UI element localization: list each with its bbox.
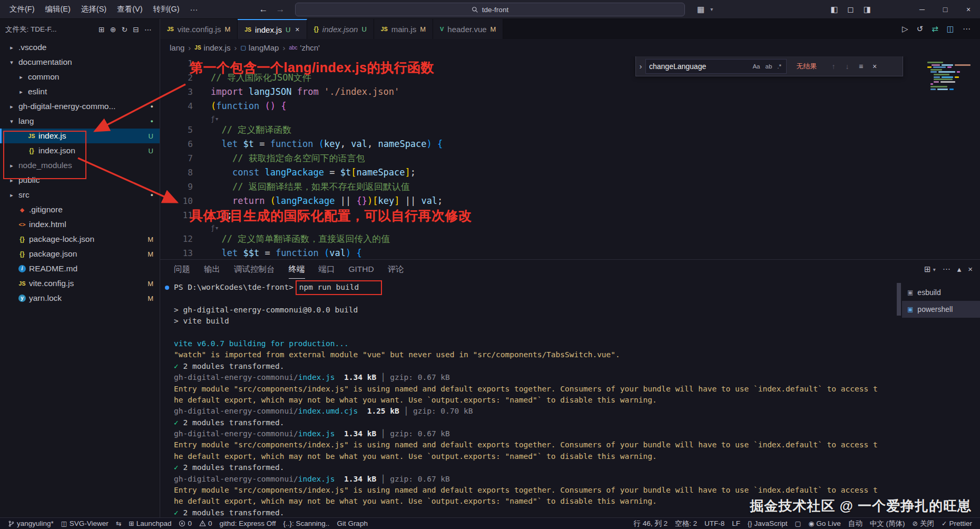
run-icon[interactable]: ▷ [899,24,912,34]
scrollbar-thumb[interactable] [897,283,901,316]
find-query[interactable]: changeLanguage [649,62,749,71]
statusbar-item-yangyuling*[interactable]: yangyuling* [4,518,57,529]
find-in-selection-icon[interactable]: ≡ [854,62,868,71]
find-input[interactable]: changeLanguage Aa ab .* [645,59,787,74]
maximize-button[interactable]: □ [934,0,957,18]
panel-tab-端口[interactable]: 端口 [319,260,335,279]
nav-forward-icon[interactable]: → [273,0,288,18]
panel-max-icon[interactable]: ▴ [957,264,962,274]
editor-tab-main.js[interactable]: JSmain.jsM [374,19,433,39]
statusbar-item-UTF-8[interactable]: UTF-8 [701,518,728,529]
explorer-item-.gitignore[interactable]: ◆.gitignore [0,202,160,217]
statusbar-item-Prettier[interactable]: ✓Prettier [938,518,976,529]
customize-layout-icon[interactable]: ▦ [692,5,709,14]
statusbar-item-LF[interactable]: LF [728,518,744,529]
toggle-replace-icon[interactable]: › [636,62,645,71]
explorer-item-lang[interactable]: ▾lang● [0,114,160,129]
panel-new-icon[interactable]: ⊞ [924,264,931,274]
panel-chevron-icon[interactable]: ▾ [933,267,936,272]
timeline-icon[interactable]: ↺ [914,24,927,34]
find-next-icon[interactable]: ↓ [840,62,854,71]
editor-tab-index.js[interactable]: JSindex.jsU× [238,19,307,39]
split-icon[interactable]: ◫ [944,24,957,34]
terminal-scrollbar[interactable] [896,279,902,517]
menu-item-选择(S)[interactable]: 选择(S) [76,0,112,18]
terminal-instance-powershell[interactable]: ▣powershell [902,301,980,318]
new-file-icon[interactable]: ⊞ [96,25,107,34]
menu-item-转到(G)[interactable]: 转到(G) [148,0,185,18]
close-tab-icon[interactable]: × [295,25,299,34]
statusbar-item-空格: 2[interactable]: 空格: 2 [671,518,701,529]
panel-tab-调试控制台[interactable]: 调试控制台 [234,260,275,279]
statusbar-item-0[interactable]: 0 [175,518,195,529]
breadcrumb-item[interactable]: JSindex.js [194,43,230,52]
toggle-panel-icon[interactable]: ◻ [842,5,858,14]
new-folder-icon[interactable]: ⊕ [107,25,119,34]
explorer-item-yarn.lock[interactable]: yarn.lockM [0,291,160,306]
explorer-item-index.html[interactable]: <>index.html [0,217,160,232]
more-icon[interactable]: ⋯ [959,24,974,34]
statusbar-item-{..}: Scanning..[interactable]: {..}: Scanning.. [280,518,334,529]
statusbar-item-关闭[interactable]: ⊘关闭 [909,518,938,529]
breadcrumb-item[interactable]: lang [170,43,184,52]
statusbar-item-JavaScript[interactable]: {}JavaScript [744,518,791,529]
find-close-icon[interactable]: × [868,62,881,71]
panel-tab-问题[interactable]: 问题 [174,260,190,279]
statusbar-item-Launchpad[interactable]: ⊞Launchpad [125,518,175,529]
statusbar-item-行 46, 列 2[interactable]: 行 46, 列 2 [630,518,672,529]
statusbar-item-browser[interactable]: ▢ [791,518,805,529]
toggle-sidebar-icon[interactable]: ◧ [826,5,842,14]
close-icon[interactable]: × [968,264,973,274]
breadcrumb-item[interactable]: ▢langMap [240,43,279,52]
statusbar-item-Go Live[interactable]: ◉Go Live [805,518,844,529]
explorer-item-.vscode[interactable]: ▸.vscode [0,40,160,55]
panel-tab-终端[interactable]: 终端 [289,260,305,279]
menu-overflow-icon[interactable]: ··· [184,5,203,14]
minimize-button[interactable]: ─ [910,0,934,18]
regex-toggle[interactable]: .* [776,62,783,71]
explorer-item-common[interactable]: ▸common [0,70,160,84]
editor-tab-vite.config.js[interactable]: JSvite.config.jsM [160,19,238,39]
editor-tab-header.vue[interactable]: Vheader.vueM [433,19,503,39]
more-icon[interactable]: ⋯ [142,25,154,34]
explorer-item-package-lock.json[interactable]: {}package-lock.jsonM [0,232,160,247]
statusbar-item-SVG-Viewer[interactable]: ◫SVG-Viewer [57,518,112,529]
menu-item-文件(F)[interactable]: 文件(F) [4,0,40,18]
panel-tab-GITHD[interactable]: GITHD [349,260,374,279]
statusbar-item-中文 (简体)[interactable]: 中文 (简体) [866,518,909,529]
terminal-instance-esbuild[interactable]: ▣esbuild [902,284,980,301]
breadcrumb-item[interactable]: abc'zhcn' [289,43,320,52]
nav-back-icon[interactable]: ← [256,0,271,18]
minimap[interactable] [924,57,979,95]
find-previous-icon[interactable]: ↑ [827,62,840,71]
sync-icon[interactable]: ⇄ [928,24,942,34]
terminal-output[interactable]: PS D:\workCodes\tde-front> npm run build… [160,279,896,517]
close-window-button[interactable]: × [957,0,980,18]
toggle-secondary-sidebar-icon[interactable]: ◨ [859,5,876,14]
more-icon[interactable]: ⋯ [943,264,950,274]
explorer-item-public[interactable]: ▸public [0,173,160,188]
explorer-item-package.json[interactable]: {}package.jsonM [0,247,160,261]
explorer-item-index.js[interactable]: JSindex.jsU [0,129,160,143]
statusbar-item-Git Graph[interactable]: Git Graph [333,518,371,529]
explorer-item-documentation[interactable]: ▾documentation [0,55,160,70]
whole-word-toggle[interactable]: ab [764,62,774,71]
match-case-toggle[interactable]: Aa [751,62,761,71]
statusbar-item-0[interactable]: 0 [195,518,216,529]
refresh-icon[interactable]: ↻ [119,25,131,34]
explorer-item-node_modules[interactable]: ▸node_modules [0,158,160,173]
editor-tab-index.json[interactable]: {}index.jsonU [307,19,374,39]
explorer-item-gh-digital-energy-commo...[interactable]: ▸gh-digital-energy-commo...● [0,99,160,114]
menu-item-查看(V)[interactable]: 查看(V) [112,0,148,18]
menu-item-编辑(E)[interactable]: 编辑(E) [40,0,76,18]
code-editor[interactable]: 12// 导入国际化JSON文件3import langJSON from '.… [160,56,980,259]
panel-tab-评论[interactable]: 评论 [388,260,404,279]
statusbar-item-compare[interactable]: ⇆ [112,518,125,529]
command-center-search[interactable]: tde-front [295,3,685,16]
explorer-item-src[interactable]: ▸src● [0,188,160,202]
statusbar-item-自动[interactable]: 自动 [845,518,866,529]
panel-tab-输出[interactable]: 输出 [204,260,220,279]
statusbar-item-githd: Express Off[interactable]: githd: Express Off [215,518,279,529]
explorer-item-README.md[interactable]: README.md [0,261,160,276]
explorer-item-vite.config.js[interactable]: JSvite.config.jsM [0,276,160,291]
